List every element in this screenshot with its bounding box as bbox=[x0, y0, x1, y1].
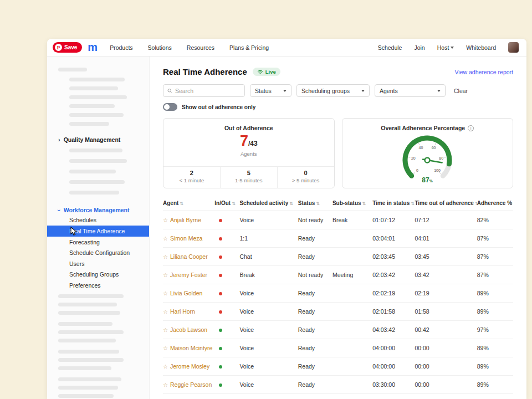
agent-link[interactable]: Hari Horn bbox=[170, 308, 195, 315]
nav-item-products[interactable]: Products bbox=[110, 44, 132, 51]
adherence-cell: 87% bbox=[477, 248, 513, 266]
out-of-adherence-count: 7 bbox=[240, 132, 248, 149]
view-adherence-report-link[interactable]: View adherence report bbox=[455, 69, 513, 75]
skeleton-bar bbox=[69, 113, 124, 117]
agent-link[interactable]: Reggie Pearson bbox=[170, 381, 212, 388]
favorite-star-icon[interactable]: ☆ bbox=[163, 290, 168, 296]
skeleton-bar bbox=[58, 377, 121, 381]
sidebar-item-real-time-adherence[interactable]: Real Time Adherence bbox=[47, 226, 149, 237]
nav-item-resources[interactable]: Resources bbox=[187, 44, 214, 51]
nav-item-schedule[interactable]: Schedule bbox=[378, 44, 402, 51]
sidebar-item-schedules[interactable]: Schedules bbox=[47, 214, 149, 226]
sidebar-item-scheduling-groups[interactable]: Scheduling Groups bbox=[47, 269, 149, 280]
inout-status-dot bbox=[219, 310, 222, 314]
search-input[interactable] bbox=[175, 88, 241, 94]
sort-icon: ⇅ bbox=[411, 201, 415, 206]
table-row: ☆Maison Mcintyre Voice Ready 04:00:00 00… bbox=[163, 339, 513, 357]
sidebar-item-workforce-management[interactable]: › Workforce Management bbox=[47, 205, 149, 215]
time-out-cell: 03:45 bbox=[415, 248, 477, 266]
column-header-sub-status[interactable]: Sub-status⇅ bbox=[332, 197, 372, 211]
favorite-star-icon[interactable]: ☆ bbox=[163, 309, 168, 315]
out-of-adherence-toggle[interactable] bbox=[163, 103, 177, 111]
column-header-agent[interactable]: Agent⇅ bbox=[163, 197, 214, 211]
overall-adherence-title: Overall Adherence Percentage bbox=[381, 125, 465, 131]
status-filter-dropdown[interactable]: Status bbox=[250, 84, 291, 97]
skeleton-bar bbox=[58, 303, 117, 306]
favorite-star-icon[interactable]: ☆ bbox=[163, 327, 168, 333]
nav-item-join[interactable]: Join bbox=[414, 44, 424, 51]
agent-link[interactable]: Jeremy Foster bbox=[170, 272, 207, 278]
column-header-status[interactable]: Status⇅ bbox=[298, 197, 332, 211]
favorite-star-icon[interactable]: ☆ bbox=[163, 254, 168, 260]
pinterest-save-button[interactable]: P Save bbox=[53, 42, 82, 53]
gauge-tick-0: 0 bbox=[416, 168, 418, 172]
agent-link[interactable]: Maison Mcintyre bbox=[170, 345, 212, 351]
info-icon[interactable]: i bbox=[468, 125, 474, 131]
agent-link[interactable]: Simon Meza bbox=[170, 235, 202, 242]
time-in-status-cell: 04:00:00 bbox=[372, 339, 415, 357]
table-row: ☆Hari Horn Voice Ready 02:01:58 01:58 89… bbox=[163, 303, 513, 321]
nav-item-solutions[interactable]: Solutions bbox=[148, 44, 172, 51]
status-cell: Ready bbox=[298, 229, 332, 248]
gauge-tick-40: 40 bbox=[419, 146, 423, 150]
time-out-cell: 00:42 bbox=[415, 321, 477, 339]
agent-link[interactable]: Liliana Cooper bbox=[170, 253, 208, 260]
favorite-star-icon[interactable]: ☆ bbox=[163, 382, 168, 388]
skeleton-bar bbox=[58, 350, 119, 354]
sub-status-cell: Meeting bbox=[332, 266, 372, 284]
time-in-status-cell: 01:07:12 bbox=[372, 211, 415, 229]
skeleton-bar bbox=[58, 358, 124, 362]
adherence-table: Agent⇅ In/Out⇅ Scheduled activity⇅ Statu… bbox=[163, 197, 513, 394]
agent-link[interactable]: Anjali Byrne bbox=[170, 217, 201, 223]
inout-status-dot bbox=[219, 237, 222, 241]
bucket-over-5-minutes: 0 > 5 minutes bbox=[277, 167, 334, 188]
time-in-status-cell: 02:03:42 bbox=[372, 266, 415, 284]
column-header-time-in-status[interactable]: Time in status⇅ bbox=[372, 197, 415, 211]
favorite-star-icon[interactable]: ☆ bbox=[163, 236, 168, 242]
agent-link[interactable]: Jerome Mosley bbox=[170, 363, 209, 370]
avatar[interactable] bbox=[508, 42, 519, 53]
table-row: ☆Simon Meza 1:1 Ready 03:04:01 04:01 87% bbox=[163, 229, 513, 248]
page-title: Real Time Adherence bbox=[163, 67, 247, 76]
favorite-star-icon[interactable]: ☆ bbox=[163, 272, 168, 278]
bucket-1-5-minutes: 5 1-5 minutes bbox=[220, 167, 277, 188]
scheduling-groups-filter-dropdown[interactable]: Scheduling groups bbox=[296, 84, 370, 97]
agent-link[interactable]: Jacob Lawson bbox=[170, 326, 207, 333]
nav-item-plans-pricing[interactable]: Plans & Pricing bbox=[229, 44, 269, 51]
time-out-cell: 00:00 bbox=[415, 357, 477, 376]
out-of-adherence-card: Out of Adherence 7/43 Agents 2 < 1 minut… bbox=[163, 118, 335, 188]
sub-status-cell: Break bbox=[332, 211, 372, 229]
live-badge: Live bbox=[253, 68, 280, 76]
time-out-cell: 00:00 bbox=[415, 339, 477, 357]
skeleton-bar bbox=[69, 78, 125, 81]
status-cell: Ready bbox=[298, 284, 332, 303]
brand-logo[interactable]: m bbox=[88, 42, 98, 53]
sidebar-item-schedule-configuration[interactable]: Schedule Configuration bbox=[47, 247, 149, 258]
skeleton-bar bbox=[69, 170, 116, 173]
adherence-cell: 89% bbox=[477, 376, 513, 394]
gauge-needle-hub bbox=[425, 158, 430, 163]
favorite-star-icon[interactable]: ☆ bbox=[163, 364, 168, 370]
column-header-time-out-of-adherence[interactable]: Time out of adherence⇅ bbox=[415, 197, 477, 211]
nav-item-whiteboard[interactable]: Whiteboard bbox=[466, 44, 496, 51]
sidebar-item-preferences[interactable]: Preferences bbox=[47, 280, 149, 291]
status-cell: Ready bbox=[298, 357, 332, 376]
column-header-in-out[interactable]: In/Out⇅ bbox=[214, 197, 239, 211]
favorite-star-icon[interactable]: ☆ bbox=[163, 345, 168, 351]
nav-item-host[interactable]: Host bbox=[437, 44, 454, 51]
sidebar-item-forecasting[interactable]: Forecasting bbox=[47, 237, 149, 248]
agent-link[interactable]: Livia Golden bbox=[170, 290, 202, 296]
clear-filters-button[interactable]: Clear bbox=[454, 88, 468, 94]
scheduled-activity-cell: Voice bbox=[239, 303, 298, 321]
skeleton-bar bbox=[69, 104, 115, 108]
sidebar-item-users[interactable]: Users bbox=[47, 258, 149, 269]
pinterest-icon: P bbox=[55, 44, 62, 51]
column-header-adherence[interactable]: Adherence %⇅ bbox=[477, 197, 513, 211]
column-header-scheduled-activity[interactable]: Scheduled activity⇅ bbox=[239, 197, 298, 211]
favorite-star-icon[interactable]: ☆ bbox=[163, 217, 168, 223]
agents-filter-dropdown[interactable]: Agents bbox=[375, 84, 446, 97]
search-box[interactable] bbox=[163, 84, 245, 97]
sort-icon: ⇅ bbox=[362, 201, 366, 206]
sidebar-item-quality-management[interactable]: › Quality Management bbox=[47, 135, 149, 145]
out-of-adherence-unit: Agents bbox=[163, 151, 334, 157]
